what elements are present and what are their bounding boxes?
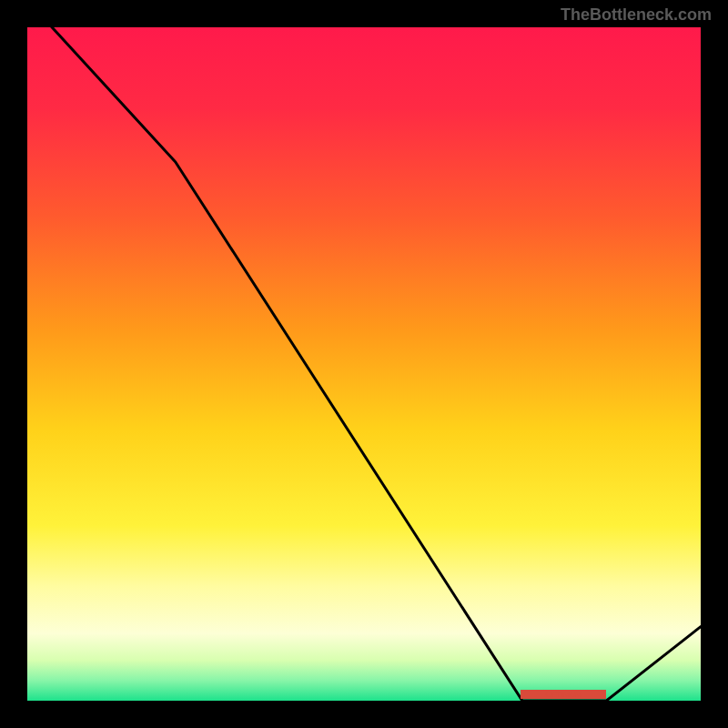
watermark-text: TheBottleneck.com — [561, 5, 712, 25]
chart-frame: OPTIMUM — [27, 27, 701, 701]
optimum-marker: OPTIMUM — [521, 690, 607, 699]
optimum-marker-label: OPTIMUM — [546, 690, 581, 699]
plot-area: OPTIMUM — [27, 27, 701, 701]
bottleneck-curve — [27, 27, 701, 701]
